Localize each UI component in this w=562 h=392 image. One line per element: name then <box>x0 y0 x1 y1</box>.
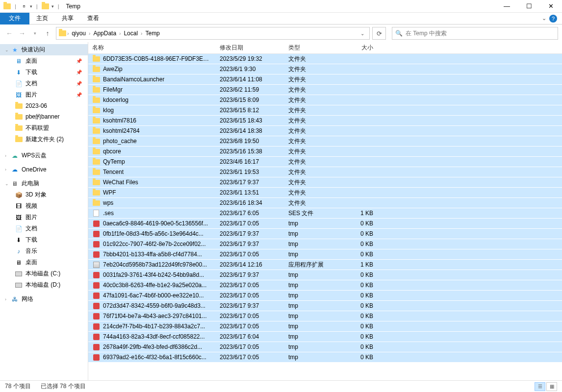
file-row[interactable]: klog2023/6/15 8:12文件夹 <box>88 105 562 116</box>
col-date[interactable]: 修改日期 <box>216 44 284 52</box>
refresh-button[interactable]: ⟳ <box>372 27 386 40</box>
file-row[interactable]: FileMgr2023/6/2 11:59文件夹 <box>88 85 562 95</box>
chevron-right-icon[interactable]: › <box>5 153 11 158</box>
qat-dropdown-icon[interactable]: ▾ <box>30 4 32 9</box>
file-row[interactable]: BandaiNamcoLauncher2023/6/14 11:08文件夹 <box>88 74 562 85</box>
file-row[interactable]: 214cde7f-7b4b-4b17-b239-8843a2c7...2023/… <box>88 321 562 332</box>
tab-home[interactable]: 主页 <box>29 13 55 24</box>
tree-newfolder2[interactable]: 新建文件夹 (2) <box>0 134 88 145</box>
tree-music[interactable]: ♪音乐 <box>0 245 88 257</box>
tree-drive-c[interactable]: 本地磁盘 (C:) <box>0 268 88 279</box>
maximize-button[interactable]: ☐ <box>518 0 540 13</box>
ribbon-collapse-icon[interactable]: ⌄ <box>542 15 546 22</box>
crumb-appdata[interactable]: AppData <box>91 30 118 37</box>
tree-drive-d[interactable]: 本地磁盘 (D:) <box>0 279 88 291</box>
search-box[interactable]: 🔍 <box>392 27 558 40</box>
tmp-icon <box>92 220 100 227</box>
col-size[interactable]: 大小 <box>343 44 378 52</box>
file-row[interactable]: 01c922cc-7907-46f2-8e7b-2cce09f02...2023… <box>88 239 562 249</box>
chevron-right-icon[interactable]: › <box>66 31 70 36</box>
file-row[interactable]: ksohtml247842023/6/14 18:38文件夹 <box>88 126 562 136</box>
chevron-right-icon[interactable]: › <box>5 167 11 172</box>
close-button[interactable]: ✕ <box>540 0 562 13</box>
file-row[interactable]: 072d3d47-8342-4559-b6f0-9a9c48d3...2023/… <box>88 301 562 311</box>
tab-share[interactable]: 共享 <box>55 13 80 24</box>
tree-quick-access[interactable]: ⌄ ★ 快速访问 <box>0 44 88 55</box>
tree-pictures[interactable]: 🖼图片📌 <box>0 89 88 100</box>
crumb-qiyou[interactable]: qiyou <box>70 30 88 37</box>
tree-downloads[interactable]: ⬇下载📌 <box>0 67 88 78</box>
tree-videos[interactable]: 🎞视频 <box>0 200 88 212</box>
tree-documents-pc[interactable]: 📄文档 <box>0 223 88 234</box>
file-row[interactable]: AweZip2023/6/1 9:30文件夹 <box>88 64 562 74</box>
tab-view[interactable]: 查看 <box>80 13 106 24</box>
file-row[interactable]: QyTemp2023/4/6 16:17文件夹 <box>88 157 562 167</box>
file-row[interactable]: 0fb1f1fe-08d3-4fb5-a56c-13e964d4c...2023… <box>88 229 562 239</box>
file-row[interactable]: 0aeca6c9-8846-4619-90e0-5c136556f...2023… <box>88 219 562 229</box>
app-dropdown-icon[interactable]: ▾ <box>51 4 54 9</box>
file-rows[interactable]: 6DD73E35-C0B5-4188-96E7-F9DF3EE...2023/5… <box>88 54 562 380</box>
file-row[interactable]: 744a4163-82a3-43df-8ecf-ccf085822...2023… <box>88 332 562 342</box>
nav-back-icon[interactable]: ← <box>4 28 15 39</box>
file-row[interactable]: wps2023/6/16 18:34文件夹 <box>88 198 562 208</box>
view-thumbnails-button[interactable]: ▦ <box>546 382 557 391</box>
file-tab[interactable]: 文件 <box>0 13 29 24</box>
tree-network[interactable]: ›🖧网络 <box>0 294 88 305</box>
address-bar[interactable]: › qiyou › AppData › Local › Temp ⌄ <box>56 27 370 40</box>
tree-downloads-pc[interactable]: ⬇下载 <box>0 234 88 245</box>
minimize-button[interactable]: — <box>496 0 518 13</box>
crumb-local[interactable]: Local <box>122 30 140 37</box>
file-row[interactable]: qbcore2023/5/16 15:38文件夹 <box>88 147 562 157</box>
quick-access-icon[interactable]: ▫ <box>20 2 28 10</box>
chevron-right-icon[interactable]: › <box>140 31 143 36</box>
file-row[interactable]: ksohtml78162023/6/15 18:43文件夹 <box>88 116 562 126</box>
file-row[interactable]: 7eb204cd5958b73ad122d49fc978e00...2023/6… <box>88 260 562 270</box>
nav-recent-dropdown-icon[interactable]: ▾ <box>29 28 40 39</box>
file-row[interactable]: 69379ad2-e16c-4f32-b6a1-8f15c660c...2023… <box>88 352 562 363</box>
file-row[interactable]: photo_cache2023/6/8 19:50文件夹 <box>88 136 562 147</box>
tree-onedrive[interactable]: ›☁OneDrive <box>0 164 88 175</box>
search-input[interactable] <box>406 30 555 37</box>
address-dropdown-icon[interactable]: ⌄ <box>358 31 367 36</box>
file-row[interactable]: Tencent2023/6/1 19:53文件夹 <box>88 167 562 177</box>
chevron-down-icon[interactable]: ⌄ <box>5 48 11 52</box>
file-date: 2023/4/6 16:17 <box>216 158 284 165</box>
file-row[interactable]: WPF2023/6/1 13:51文件夹 <box>88 188 562 198</box>
help-icon[interactable]: ? <box>549 15 557 23</box>
pin-icon: 📌 <box>76 92 82 98</box>
file-row[interactable]: 0031fa29-3761-43f4-b242-54bb9a8d...2023/… <box>88 270 562 280</box>
tmp-icon <box>92 271 100 279</box>
tree-3d-objects[interactable]: 📦3D 对象 <box>0 189 88 200</box>
tree-wps-cloud[interactable]: ›☁WPS云盘 <box>0 150 88 161</box>
tree-this-pc[interactable]: ⌄🖥此电脑 <box>0 178 88 189</box>
chevron-right-icon[interactable]: › <box>88 31 91 36</box>
col-name[interactable]: 名称 <box>88 44 216 52</box>
file-row[interactable]: 7bbb4201-b133-4ffa-a5b8-cf4d7784...2023/… <box>88 249 562 260</box>
file-row[interactable]: WeChat Files2023/6/17 9:37文件夹 <box>88 177 562 188</box>
tree-pictures-pc[interactable]: 🖼图片 <box>0 212 88 223</box>
tree-folder-2023-06[interactable]: 2023-06 <box>0 100 88 111</box>
file-row[interactable]: kdocerlog2023/6/15 8:09文件夹 <box>88 95 562 105</box>
chevron-right-icon[interactable]: › <box>118 31 122 36</box>
pin-icon: 📌 <box>76 70 82 75</box>
file-row[interactable]: 76f71f04-be7a-4b43-aec3-297c84101...2023… <box>88 311 562 321</box>
file-date: 2023/6/16 18:34 <box>216 199 284 206</box>
tree-desktop-pc[interactable]: 🖥桌面 <box>0 257 88 268</box>
tree-buji[interactable]: 不羁联盟 <box>0 122 88 134</box>
tree-documents[interactable]: 📄文档📌 <box>0 78 88 89</box>
file-row[interactable]: 47fa1091-6ac7-4b6f-b000-ee322e10...2023/… <box>88 291 562 301</box>
view-details-button[interactable]: ☰ <box>535 382 545 391</box>
crumb-temp[interactable]: Temp <box>143 30 161 37</box>
file-row[interactable]: 40c0c3b8-6263-4ffe-b1e2-9a25e020a...2023… <box>88 280 562 291</box>
file-row[interactable]: 6DD73E35-C0B5-4188-96E7-F9DF3EE...2023/5… <box>88 54 562 64</box>
tree-pbe-banner[interactable]: pbe的banner <box>0 111 88 122</box>
nav-forward-icon[interactable]: → <box>17 28 27 39</box>
file-row[interactable]: .ses2023/6/17 6:05SES 文件1 KB <box>88 208 562 219</box>
chevron-right-icon[interactable]: › <box>5 297 11 302</box>
tree-desktop[interactable]: 🖥桌面📌 <box>0 55 88 67</box>
chevron-down-icon[interactable]: ⌄ <box>5 181 11 186</box>
col-type[interactable]: 类型 <box>284 44 343 52</box>
nav-up-icon[interactable]: ↑ <box>42 28 53 39</box>
file-row[interactable]: 2678a49f-29fb-4fe3-bfed-df6386c2d...2023… <box>88 342 562 352</box>
nav-tree[interactable]: ⌄ ★ 快速访问 🖥桌面📌 ⬇下载📌 📄文档📌 🖼图片📌 2023-06 pbe… <box>0 42 88 380</box>
